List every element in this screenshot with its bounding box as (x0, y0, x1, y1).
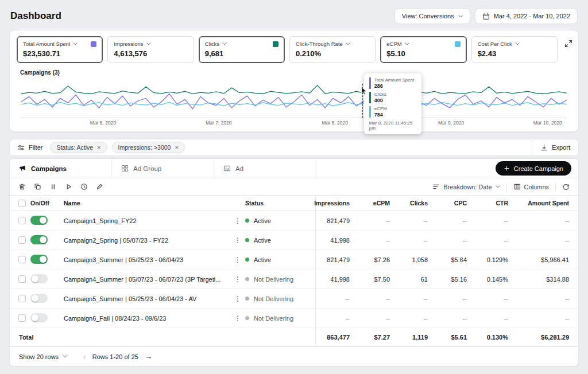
x-tick-label: Mar 9, 2020 (438, 120, 464, 126)
trash-icon[interactable] (18, 183, 26, 190)
chevron-down-icon[interactable] (515, 42, 520, 45)
date-range-picker[interactable]: Mar 4, 2022 - Mar 10, 2022 (475, 8, 578, 24)
campaign-toggle[interactable] (30, 294, 48, 303)
rows-per-page-selector[interactable]: Show 20 rows (19, 353, 67, 360)
breakdown-selector[interactable]: Breakdown: Date (432, 183, 500, 190)
prev-page-icon[interactable]: ‹ (83, 352, 86, 361)
create-campaign-button[interactable]: Create Campaign (496, 161, 571, 176)
tabs-spacer (316, 159, 496, 178)
campaign-toggle[interactable] (30, 235, 48, 244)
metric-card-2[interactable]: Impressions 4,613,576 (107, 36, 194, 63)
row-checkbox[interactable] (18, 236, 26, 244)
tab-ad[interactable]: AdAd (214, 159, 316, 178)
metric-label: Cost Per Click (478, 41, 512, 47)
metric-card-5[interactable]: eCPM $5.10 (380, 36, 466, 63)
cell-value: -- (476, 315, 517, 322)
view-selector[interactable]: View: Conversions (394, 8, 470, 24)
pause-icon[interactable] (49, 183, 57, 190)
row-checkbox[interactable] (18, 275, 26, 283)
chart-x-axis: Mar 6, 2020Mar 7, 2020Mar 8, 2020Mar 9, … (21, 118, 567, 127)
row-menu-icon[interactable]: ⋮ (230, 314, 245, 322)
total-amount-spent: $6,281.29 (517, 334, 578, 341)
table-toolbar: Breakdown: Date Columns (10, 178, 578, 196)
metric-label: Impressions (114, 41, 143, 47)
export-button[interactable]: Export (532, 139, 578, 155)
campaign-name: Campaign6_Fall | 08/24/23 - 09/6/23 (64, 315, 230, 322)
metric-value: 0.210% (296, 49, 369, 58)
cell-value: 0.145% (476, 276, 517, 283)
status-label: Active (254, 256, 271, 263)
filter-button[interactable]: Filter (10, 139, 50, 155)
ad-icon: Ad (223, 165, 231, 172)
filter-chip[interactable]: Impressions: >3000× (112, 142, 185, 153)
page-header: Dashboard View: Conversions Mar 4, 2022 … (0, 0, 588, 30)
chart-line-clicks (21, 85, 567, 94)
cell-value: 41,998 (315, 270, 359, 289)
table-row: Campaign5_Summer | 05/25/23 - 06/04/23 -… (10, 289, 578, 309)
filter-chip[interactable]: Status: Active× (50, 142, 107, 153)
chevron-down-icon[interactable] (222, 42, 227, 45)
cell-value: 61 (399, 276, 437, 283)
campaign-toggle[interactable] (30, 313, 48, 322)
date-range-label: Mar 4, 2022 - Mar 10, 2022 (494, 13, 570, 20)
chevron-down-icon (496, 185, 500, 188)
row-menu-icon[interactable]: ⋮ (230, 236, 245, 244)
chevron-down-icon[interactable] (346, 42, 350, 45)
chevron-down-icon[interactable] (405, 42, 409, 45)
refresh-icon[interactable] (562, 183, 570, 190)
history-icon[interactable] (80, 183, 88, 190)
row-checkbox[interactable] (18, 256, 26, 263)
col-header-clicks: Clicks (399, 200, 437, 207)
campaigns-chart[interactable]: Total Amount Spent286Clicks400eCPM784 Ma… (21, 83, 567, 118)
status-badge: Not Delivering (245, 276, 315, 283)
total-ctr: 0.130% (476, 334, 517, 341)
tooltip-entry: Total Amount Spent286 (369, 77, 416, 89)
metric-card-6[interactable]: Cost Per Click $2.43 (471, 36, 558, 63)
row-menu-icon[interactable]: ⋮ (230, 295, 245, 303)
table-row: Campaign4_Summer | 05/07/23 - 06/07/23 (… (10, 270, 578, 289)
select-all-checkbox[interactable] (18, 200, 26, 207)
expand-icon[interactable] (564, 40, 572, 48)
metric-card-4[interactable]: Click-Through Rate 0.210% (289, 36, 376, 63)
cell-value: -- (517, 237, 578, 244)
next-page-icon[interactable]: → (145, 352, 152, 361)
close-icon[interactable]: × (175, 145, 178, 151)
chevron-down-icon[interactable] (146, 42, 151, 45)
play-icon[interactable] (65, 183, 72, 190)
chevron-down-icon[interactable] (73, 42, 78, 45)
tab-ad-group[interactable]: Ad Group (112, 159, 214, 178)
tab-campaigns[interactable]: Campaigns (10, 159, 112, 178)
metric-label: Clicks (205, 41, 219, 47)
metric-card-1[interactable]: Total Amount Spent $23,530.71 (17, 36, 103, 63)
divider (506, 183, 507, 191)
metric-card-3[interactable]: Clicks 9,681 (199, 36, 285, 63)
table-row: Campaign6_Fall | 08/24/23 - 09/6/23 ⋮ No… (10, 309, 578, 328)
close-icon[interactable]: × (97, 145, 100, 151)
edit-icon[interactable] (96, 183, 103, 190)
create-campaign-label: Create Campaign (514, 165, 563, 172)
cell-value: -- (399, 237, 437, 244)
metric-value: $23,530.71 (23, 49, 96, 58)
metric-value: 9,681 (205, 49, 278, 58)
cell-value: -- (359, 237, 399, 244)
row-menu-icon[interactable]: ⋮ (230, 275, 245, 283)
campaign-toggle[interactable] (30, 255, 48, 264)
columns-button[interactable]: Columns (513, 183, 549, 190)
row-checkbox[interactable] (18, 217, 26, 224)
duplicate-icon[interactable] (34, 183, 41, 190)
chart-tooltip: Total Amount Spent286Clicks400eCPM784 Ma… (364, 73, 421, 134)
cell-value: -- (517, 315, 578, 322)
row-menu-icon[interactable]: ⋮ (230, 256, 245, 264)
x-tick-label: Mar 8, 2020 (322, 120, 348, 126)
campaign-toggle[interactable] (30, 216, 48, 225)
metric-label: Click-Through Rate (296, 41, 343, 47)
cell-value: -- (399, 217, 437, 224)
cell-value: 821,479 (315, 211, 359, 230)
rows-per-page-label: Show 20 rows (19, 353, 59, 360)
row-checkbox[interactable] (18, 314, 26, 322)
row-menu-icon[interactable]: ⋮ (230, 217, 245, 225)
dashboard-page: Dashboard View: Conversions Mar 4, 2022 … (0, 0, 588, 374)
campaigns-count-label: Campaigns (3) (20, 69, 571, 76)
row-checkbox[interactable] (18, 295, 26, 302)
campaign-toggle[interactable] (30, 274, 48, 283)
